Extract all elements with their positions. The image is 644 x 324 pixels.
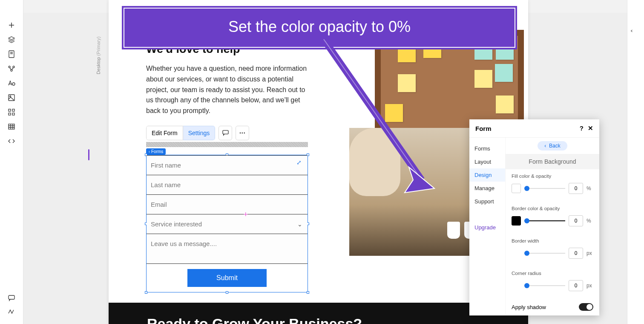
- form-element-selected[interactable]: First name ⤢ Last name Email + Service i…: [146, 155, 308, 292]
- left-toolbar: [0, 0, 23, 324]
- nav-layout[interactable]: Layout: [469, 155, 505, 168]
- width-value-input[interactable]: 0: [569, 248, 583, 259]
- svg-rect-8: [12, 109, 14, 111]
- typography-icon[interactable]: [8, 79, 15, 87]
- section-title: Form Background: [506, 154, 599, 169]
- panel-title: Form: [475, 125, 492, 132]
- svg-rect-11: [9, 124, 14, 129]
- svg-point-6: [10, 96, 11, 97]
- radius-unit: px: [586, 283, 593, 289]
- shadow-label: Apply shadow: [512, 304, 546, 310]
- obscured-region: [146, 142, 308, 147]
- chevron-down-icon: ⌄: [297, 221, 302, 228]
- add-field-icon[interactable]: +: [243, 210, 248, 219]
- more-button[interactable]: ···: [236, 126, 249, 140]
- submit-row: Submit: [147, 264, 308, 292]
- fill-label: Fill color & opacity: [512, 174, 593, 179]
- comment-icon[interactable]: [8, 294, 15, 302]
- layers-icon[interactable]: [8, 36, 15, 43]
- nav-manage[interactable]: Manage: [469, 182, 505, 195]
- expand-icon[interactable]: ⤢: [296, 159, 304, 167]
- grid-icon[interactable]: [8, 108, 15, 116]
- add-icon[interactable]: [8, 21, 15, 29]
- first-name-field[interactable]: First name ⤢: [147, 155, 308, 175]
- nav-design[interactable]: Design: [469, 168, 505, 182]
- code-icon[interactable]: [8, 137, 15, 145]
- message-field[interactable]: Leave us a message....: [147, 234, 308, 264]
- last-name-field[interactable]: Last name: [147, 175, 308, 195]
- instruction-banner: Set the color opacity to 0%: [124, 8, 515, 48]
- width-slider[interactable]: [524, 253, 565, 254]
- help-icon[interactable]: ?: [580, 124, 584, 132]
- nav-upgrade[interactable]: Upgrade: [469, 221, 505, 234]
- form-settings-panel: Form ? ✕ Forms Layout Design Manage Supp…: [469, 119, 599, 315]
- device-label: Desktop (Primary): [96, 37, 101, 75]
- collapse-icon[interactable]: ‹: [630, 28, 633, 34]
- svg-rect-12: [9, 295, 14, 299]
- width-label: Border width: [512, 238, 593, 243]
- table-icon[interactable]: [8, 123, 15, 130]
- radius-label: Corner radius: [512, 271, 593, 276]
- page-canvas: Desktop (Primary) We'd love to help Whet…: [109, 0, 528, 324]
- border-label: Border color & opacity: [512, 206, 593, 211]
- edit-form-button[interactable]: Edit Form: [146, 126, 183, 140]
- email-field[interactable]: Email: [147, 195, 308, 214]
- border-slider[interactable]: [524, 220, 565, 221]
- border-unit: %: [586, 218, 593, 224]
- fill-swatch[interactable]: [512, 184, 521, 193]
- fill-unit: %: [586, 185, 593, 191]
- element-chip[interactable]: ‹Forms: [146, 148, 166, 155]
- panel-nav: Forms Layout Design Manage Support Upgra…: [469, 138, 506, 315]
- svg-point-2: [13, 66, 14, 68]
- svg-rect-0: [9, 51, 14, 58]
- fill-value-input[interactable]: 0: [569, 183, 583, 194]
- help-icon[interactable]: [8, 308, 15, 315]
- service-field[interactable]: + Service interested ⌄: [147, 214, 308, 234]
- section-paragraph: Whether you have a question, need more i…: [146, 64, 312, 116]
- width-unit: px: [586, 250, 593, 256]
- border-swatch[interactable]: [512, 216, 521, 226]
- nav-forms[interactable]: Forms: [469, 142, 505, 155]
- svg-point-1: [9, 66, 10, 68]
- submit-button[interactable]: Submit: [187, 269, 267, 287]
- back-button[interactable]: ‹ Back: [538, 141, 567, 150]
- element-toolbar: Edit Form Settings ···: [146, 126, 498, 140]
- svg-rect-13: [223, 130, 228, 134]
- right-rail: ‹: [627, 0, 644, 324]
- svg-point-4: [12, 83, 15, 85]
- footer-cta: Ready to Grow Your Business?: [109, 303, 528, 324]
- radius-value-input[interactable]: 0: [569, 280, 583, 291]
- page-icon[interactable]: [8, 50, 15, 58]
- svg-rect-9: [9, 113, 11, 115]
- border-value-input[interactable]: 0: [569, 215, 583, 226]
- settings-button[interactable]: Settings: [183, 126, 216, 140]
- nav-support[interactable]: Support: [469, 195, 505, 208]
- close-icon[interactable]: ✕: [588, 124, 593, 132]
- fill-slider[interactable]: [524, 188, 565, 189]
- svg-rect-7: [9, 109, 11, 111]
- radius-slider[interactable]: [524, 285, 565, 286]
- svg-rect-10: [12, 113, 14, 115]
- svg-point-3: [11, 69, 12, 71]
- connections-icon[interactable]: [8, 65, 15, 72]
- guide-marker-left: [88, 149, 89, 160]
- image-icon[interactable]: [8, 94, 15, 101]
- shadow-toggle[interactable]: [579, 303, 593, 311]
- comment-button[interactable]: [218, 126, 232, 140]
